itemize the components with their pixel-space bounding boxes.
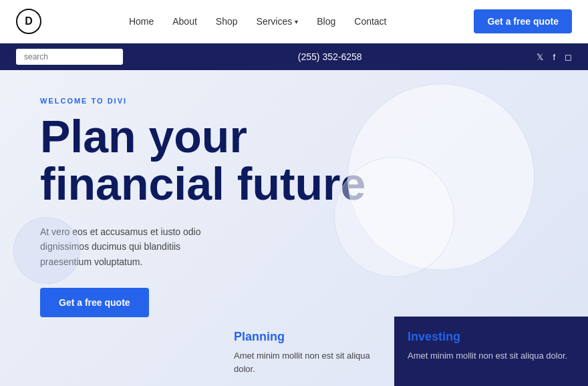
nav-item-shop[interactable]: Shop	[216, 15, 238, 27]
card-investing: Investing Amet minim mollit non est sit …	[394, 317, 588, 386]
investing-card-text: Amet minim mollit non est sit aliqua dol…	[408, 349, 575, 363]
nav-cta-button[interactable]: Get a free quote	[474, 9, 572, 33]
nav-link-shop[interactable]: Shop	[216, 16, 238, 27]
logo[interactable]: D	[16, 9, 41, 34]
nav-item-about[interactable]: About	[172, 15, 197, 27]
instagram-icon[interactable]: ◻	[565, 52, 572, 62]
top-navigation: D Home About Shop Services ▾ Blog Contac…	[0, 0, 588, 43]
nav-item-contact[interactable]: Contact	[354, 15, 386, 27]
card-spacer	[0, 317, 220, 386]
nav-link-home[interactable]: Home	[129, 16, 154, 27]
hero-title: Plan your financial future	[40, 113, 388, 208]
nav-links: Home About Shop Services ▾ Blog Contact	[129, 15, 387, 27]
facebook-icon[interactable]: f	[553, 52, 555, 62]
planning-card-text: Amet minim mollit non est sit aliqua dol…	[234, 349, 381, 375]
planning-card-title: Planning	[234, 330, 381, 344]
social-icons: 𝕏 f ◻	[537, 52, 572, 62]
hero-title-line2: financial future	[40, 158, 365, 209]
nav-item-blog[interactable]: Blog	[317, 15, 335, 27]
hero-title-line1: Plan your	[40, 111, 247, 162]
bottom-cards: Planning Amet minim mollit non est sit a…	[0, 317, 588, 386]
investing-card-title: Investing	[408, 330, 575, 344]
decorative-circle-small	[13, 217, 80, 284]
card-planning: Planning Amet minim mollit non est sit a…	[220, 317, 394, 386]
nav-item-home[interactable]: Home	[129, 15, 154, 27]
hero-cta-button[interactable]: Get a free quote	[40, 288, 149, 317]
nav-link-about[interactable]: About	[172, 16, 197, 27]
nav-item-services[interactable]: Services ▾	[257, 16, 299, 27]
hero-section: WELCOME TO DIVI Plan your financial futu…	[0, 70, 588, 386]
nav-link-blog[interactable]: Blog	[317, 16, 335, 27]
decorative-circle-medium	[334, 157, 454, 277]
sub-bar: (255) 352-6258 𝕏 f ◻	[0, 43, 588, 70]
nav-link-services[interactable]: Services ▾	[257, 16, 299, 27]
phone-number: (255) 352-6258	[298, 51, 362, 62]
twitter-icon[interactable]: 𝕏	[537, 52, 543, 62]
logo-circle: D	[16, 9, 41, 34]
search-input[interactable]	[16, 49, 123, 65]
chevron-down-icon: ▾	[295, 18, 298, 25]
nav-link-contact[interactable]: Contact	[354, 16, 386, 27]
logo-letter: D	[25, 15, 33, 27]
